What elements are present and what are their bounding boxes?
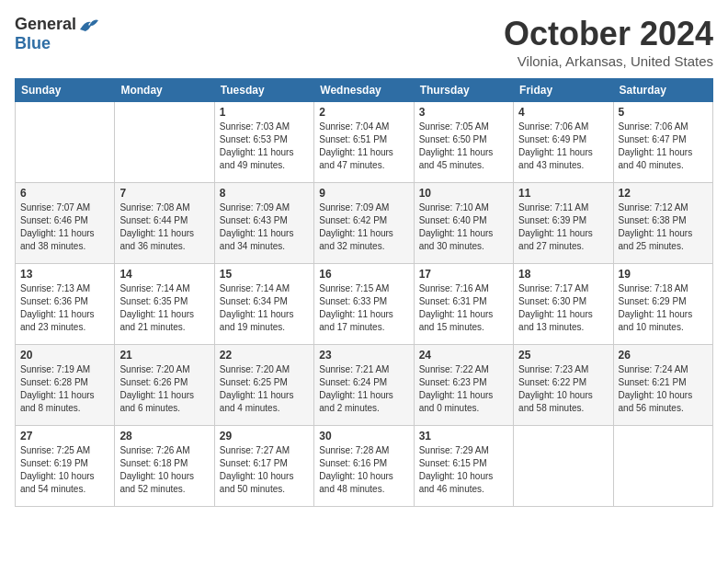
day-number: 23 [319,349,408,362]
day-info: Sunrise: 7:04 AM Sunset: 6:51 PM Dayligh… [319,121,408,172]
day-number: 19 [619,268,708,281]
logo-blue-text: Blue [15,34,51,53]
calendar-week-row: 13Sunrise: 7:13 AM Sunset: 6:36 PM Dayli… [16,264,713,345]
calendar-cell [514,426,613,507]
calendar-cell: 26Sunrise: 7:24 AM Sunset: 6:21 PM Dayli… [613,345,712,426]
day-number: 24 [419,349,508,362]
day-info: Sunrise: 7:25 AM Sunset: 6:19 PM Dayligh… [20,444,109,496]
calendar-cell: 9Sunrise: 7:09 AM Sunset: 6:42 PM Daylig… [314,183,414,264]
calendar-week-row: 20Sunrise: 7:19 AM Sunset: 6:28 PM Dayli… [16,345,713,426]
day-number: 9 [319,187,408,200]
day-info: Sunrise: 7:05 AM Sunset: 6:50 PM Dayligh… [419,121,508,172]
day-number: 28 [119,430,209,442]
day-info: Sunrise: 7:13 AM Sunset: 6:36 PM Dayligh… [20,282,109,334]
header-saturday: Saturday [613,79,712,102]
header-friday: Friday [514,79,613,102]
calendar-cell: 16Sunrise: 7:15 AM Sunset: 6:33 PM Dayli… [314,264,414,345]
day-number: 31 [419,430,508,442]
calendar-cell: 11Sunrise: 7:11 AM Sunset: 6:39 PM Dayli… [514,183,613,264]
header-sunday: Sunday [16,79,115,102]
day-number: 5 [619,106,708,119]
calendar-week-row: 1Sunrise: 7:03 AM Sunset: 6:53 PM Daylig… [16,102,713,183]
calendar-cell: 5Sunrise: 7:06 AM Sunset: 6:47 PM Daylig… [613,102,712,183]
day-number: 13 [20,268,109,281]
day-info: Sunrise: 7:10 AM Sunset: 6:40 PM Dayligh… [419,201,508,253]
header-tuesday: Tuesday [214,79,313,102]
calendar-cell: 1Sunrise: 7:03 AM Sunset: 6:53 PM Daylig… [214,102,313,183]
header-monday: Monday [115,79,214,102]
day-info: Sunrise: 7:12 AM Sunset: 6:38 PM Dayligh… [619,201,708,253]
month-title: October 2024 [504,15,713,53]
day-number: 4 [518,106,608,119]
calendar-cell: 2Sunrise: 7:04 AM Sunset: 6:51 PM Daylig… [314,102,414,183]
day-number: 16 [319,268,408,281]
calendar-cell: 20Sunrise: 7:19 AM Sunset: 6:28 PM Dayli… [16,345,115,426]
day-info: Sunrise: 7:16 AM Sunset: 6:31 PM Dayligh… [419,282,508,334]
day-number: 10 [419,187,508,200]
calendar-cell: 31Sunrise: 7:29 AM Sunset: 6:15 PM Dayli… [414,426,513,507]
day-info: Sunrise: 7:18 AM Sunset: 6:29 PM Dayligh… [619,282,708,334]
day-info: Sunrise: 7:09 AM Sunset: 6:43 PM Dayligh… [220,201,309,253]
day-number: 17 [419,268,508,281]
calendar-header-row: SundayMondayTuesdayWednesdayThursdayFrid… [16,79,713,102]
calendar-cell: 23Sunrise: 7:21 AM Sunset: 6:24 PM Dayli… [314,345,414,426]
calendar-cell [115,102,214,183]
calendar-cell: 30Sunrise: 7:28 AM Sunset: 6:16 PM Dayli… [314,426,414,507]
logo-general-text: General [15,15,76,34]
calendar-cell: 14Sunrise: 7:14 AM Sunset: 6:35 PM Dayli… [115,264,214,345]
calendar-cell: 3Sunrise: 7:05 AM Sunset: 6:50 PM Daylig… [414,102,513,183]
day-info: Sunrise: 7:09 AM Sunset: 6:42 PM Dayligh… [319,201,408,253]
calendar-cell: 17Sunrise: 7:16 AM Sunset: 6:31 PM Dayli… [414,264,513,345]
day-number: 18 [518,268,608,281]
calendar-cell: 10Sunrise: 7:10 AM Sunset: 6:40 PM Dayli… [414,183,513,264]
day-number: 25 [518,349,608,362]
location-text: Vilonia, Arkansas, United States [504,53,713,69]
day-info: Sunrise: 7:03 AM Sunset: 6:53 PM Dayligh… [220,121,309,172]
day-number: 6 [20,187,109,200]
calendar-cell: 29Sunrise: 7:27 AM Sunset: 6:17 PM Dayli… [214,426,313,507]
title-block: October 2024 Vilonia, Arkansas, United S… [504,15,713,69]
day-number: 30 [319,430,408,442]
day-number: 11 [518,187,608,200]
day-number: 26 [619,349,708,362]
day-info: Sunrise: 7:27 AM Sunset: 6:17 PM Dayligh… [220,444,309,496]
day-number: 15 [220,268,309,281]
header-thursday: Thursday [414,79,513,102]
calendar-cell: 12Sunrise: 7:12 AM Sunset: 6:38 PM Dayli… [613,183,712,264]
calendar-cell: 24Sunrise: 7:22 AM Sunset: 6:23 PM Dayli… [414,345,513,426]
calendar-cell: 6Sunrise: 7:07 AM Sunset: 6:46 PM Daylig… [16,183,115,264]
day-info: Sunrise: 7:07 AM Sunset: 6:46 PM Dayligh… [20,201,109,253]
day-number: 29 [220,430,309,442]
day-info: Sunrise: 7:08 AM Sunset: 6:44 PM Dayligh… [119,201,209,253]
day-info: Sunrise: 7:29 AM Sunset: 6:15 PM Dayligh… [419,444,508,496]
day-number: 27 [20,430,109,442]
calendar-cell [16,102,115,183]
calendar-cell: 28Sunrise: 7:26 AM Sunset: 6:18 PM Dayli… [115,426,214,507]
day-info: Sunrise: 7:06 AM Sunset: 6:49 PM Dayligh… [518,121,608,172]
calendar-cell: 21Sunrise: 7:20 AM Sunset: 6:26 PM Dayli… [115,345,214,426]
calendar-cell: 18Sunrise: 7:17 AM Sunset: 6:30 PM Dayli… [514,264,613,345]
day-number: 1 [220,106,309,119]
page-header: General Blue October 2024 Vilonia, Arkan… [15,15,713,69]
calendar-cell: 25Sunrise: 7:23 AM Sunset: 6:22 PM Dayli… [514,345,613,426]
day-info: Sunrise: 7:17 AM Sunset: 6:30 PM Dayligh… [518,282,608,334]
calendar-cell: 15Sunrise: 7:14 AM Sunset: 6:34 PM Dayli… [214,264,313,345]
day-number: 3 [419,106,508,119]
day-info: Sunrise: 7:06 AM Sunset: 6:47 PM Dayligh… [619,121,708,172]
calendar-cell: 19Sunrise: 7:18 AM Sunset: 6:29 PM Dayli… [613,264,712,345]
calendar-cell: 4Sunrise: 7:06 AM Sunset: 6:49 PM Daylig… [514,102,613,183]
day-info: Sunrise: 7:22 AM Sunset: 6:23 PM Dayligh… [419,363,508,415]
header-wednesday: Wednesday [314,79,414,102]
day-info: Sunrise: 7:14 AM Sunset: 6:35 PM Dayligh… [119,282,209,334]
day-number: 7 [119,187,209,200]
day-info: Sunrise: 7:20 AM Sunset: 6:25 PM Dayligh… [220,363,309,415]
calendar-table: SundayMondayTuesdayWednesdayThursdayFrid… [15,78,713,507]
logo: General Blue [15,15,98,53]
calendar-cell: 13Sunrise: 7:13 AM Sunset: 6:36 PM Dayli… [16,264,115,345]
calendar-cell [613,426,712,507]
day-info: Sunrise: 7:11 AM Sunset: 6:39 PM Dayligh… [518,201,608,253]
day-info: Sunrise: 7:21 AM Sunset: 6:24 PM Dayligh… [319,363,408,415]
calendar-cell: 27Sunrise: 7:25 AM Sunset: 6:19 PM Dayli… [16,426,115,507]
day-info: Sunrise: 7:19 AM Sunset: 6:28 PM Dayligh… [20,363,109,415]
calendar-cell: 22Sunrise: 7:20 AM Sunset: 6:25 PM Dayli… [214,345,313,426]
